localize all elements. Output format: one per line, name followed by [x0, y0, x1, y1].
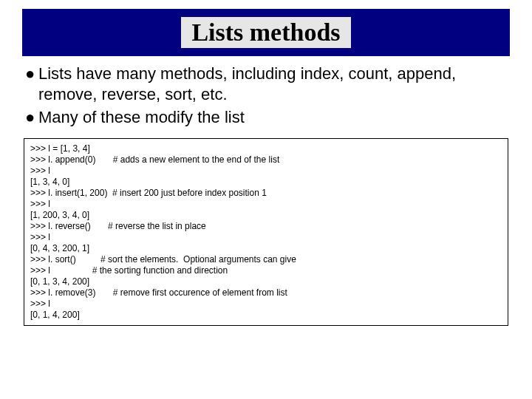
bullet-text: Lists have many methods, including index… — [38, 64, 507, 104]
bullet-item: ● Many of these modify the list — [25, 107, 507, 128]
bullet-item: ● Lists have many methods, including ind… — [25, 64, 507, 104]
bullet-dot-icon: ● — [25, 107, 38, 128]
slide-title: Lists methods — [181, 17, 350, 48]
title-band: Lists methods — [22, 9, 510, 56]
bullet-dot-icon: ● — [25, 64, 38, 104]
bullet-text: Many of these modify the list — [38, 107, 245, 128]
bullet-list: ● Lists have many methods, including ind… — [25, 64, 507, 128]
slide: Lists methods ● Lists have many methods,… — [0, 0, 532, 399]
code-block: >>> l = [1, 3, 4] >>> l. append(0) # add… — [24, 138, 508, 326]
